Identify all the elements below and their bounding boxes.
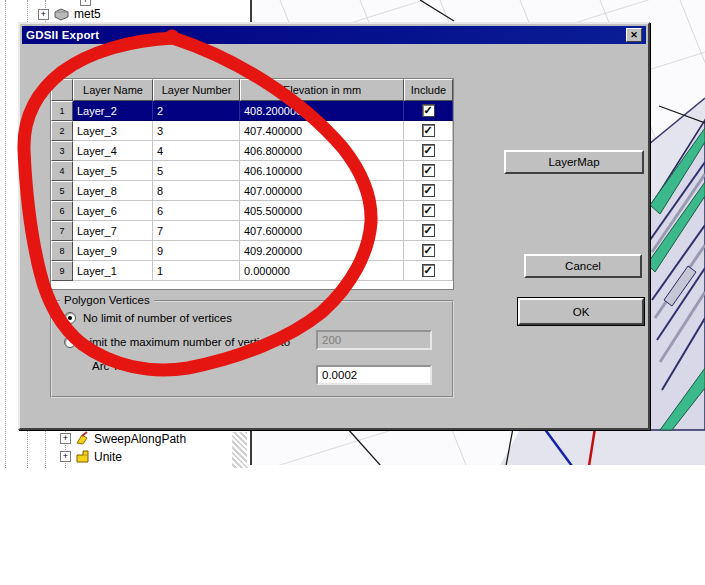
- include-checkbox[interactable]: ✓: [422, 244, 435, 257]
- row-header[interactable]: 3: [51, 141, 73, 161]
- cell-elevation[interactable]: 406.100000: [240, 161, 404, 181]
- include-checkbox[interactable]: ✓: [422, 164, 435, 177]
- cell-elevation[interactable]: 407.400000: [240, 121, 404, 141]
- expand-plus-icon[interactable]: +: [60, 451, 71, 462]
- table-header-row: Layer Name Layer Number Elevation in mm …: [51, 79, 453, 101]
- table-row[interactable]: 1 Layer_2 2 408.200000 ✓: [51, 101, 453, 121]
- include-checkbox[interactable]: ✓: [422, 184, 435, 197]
- cell-layer-name[interactable]: Layer_3: [73, 121, 153, 141]
- cell-layer-number[interactable]: 1: [153, 261, 240, 281]
- tree-item-label[interactable]: met5: [74, 7, 101, 21]
- cell-layer-name[interactable]: Layer_9: [73, 241, 153, 261]
- cell-layer-name[interactable]: Layer_8: [73, 181, 153, 201]
- include-checkbox[interactable]: ✓: [422, 144, 435, 157]
- gdsii-export-dialog: GDSII Export ✕ Layer Name Layer Number E…: [18, 22, 650, 430]
- include-checkbox[interactable]: ✓: [422, 224, 435, 237]
- layer-table: Layer Name Layer Number Elevation in mm …: [50, 78, 454, 290]
- dialog-titlebar[interactable]: GDSII Export ✕: [22, 26, 646, 44]
- table-row[interactable]: 6 Layer_6 6 405.500000 ✓: [51, 201, 453, 221]
- max-vertices-input[interactable]: 200: [316, 330, 432, 350]
- tree-item-sweepalongpath[interactable]: + SweepAlongPath: [60, 431, 186, 446]
- include-checkbox[interactable]: ✓: [422, 264, 435, 277]
- screen: + + met5 + SweepAlongPath + Unite: [0, 0, 705, 585]
- tree-guide-line: [5, 0, 6, 468]
- dialog-title: GDSII Export: [26, 29, 626, 41]
- col-header-layer-number[interactable]: Layer Number: [153, 79, 240, 101]
- limit-label: Limit the maximum number of vertices to: [83, 336, 290, 348]
- cell-elevation[interactable]: 0.000000: [240, 261, 404, 281]
- row-header[interactable]: 8: [51, 241, 73, 261]
- no-limit-radio-row[interactable]: No limit of number of vertices: [64, 312, 232, 324]
- table-row[interactable]: 9 Layer_1 1 0.000000 ✓: [51, 261, 453, 281]
- cell-elevation[interactable]: 406.800000: [240, 141, 404, 161]
- solid-3d-icon: [53, 8, 70, 21]
- col-header-include[interactable]: Include: [404, 79, 453, 101]
- cell-layer-name[interactable]: Layer_2: [73, 101, 153, 121]
- col-header-elevation[interactable]: Elevation in mm: [240, 79, 404, 101]
- row-header[interactable]: 7: [51, 221, 73, 241]
- tree-item-met5[interactable]: + met5: [38, 7, 101, 21]
- table-row[interactable]: 2 Layer_3 3 407.400000 ✓: [51, 121, 453, 141]
- cell-layer-number[interactable]: 3: [153, 121, 240, 141]
- cell-elevation[interactable]: 407.600000: [240, 221, 404, 241]
- limit-radio-row[interactable]: Limit the maximum number of vertices to: [64, 336, 290, 348]
- table-row[interactable]: 3 Layer_4 4 406.800000 ✓: [51, 141, 453, 161]
- tree-expander-partial[interactable]: +: [80, 0, 91, 6]
- group-title: Polygon Vertices: [60, 294, 154, 306]
- ok-button[interactable]: OK: [518, 298, 644, 325]
- cell-layer-number[interactable]: 4: [153, 141, 240, 161]
- cell-layer-name[interactable]: Layer_4: [73, 141, 153, 161]
- cancel-button[interactable]: Cancel: [524, 254, 642, 278]
- tree-item-label[interactable]: Unite: [94, 450, 122, 464]
- cell-elevation[interactable]: 408.200000: [240, 101, 404, 121]
- row-header[interactable]: 1: [51, 101, 73, 121]
- row-header[interactable]: 4: [51, 161, 73, 181]
- cell-layer-name[interactable]: Layer_6: [73, 201, 153, 221]
- table-row[interactable]: 5 Layer_8 8 407.000000 ✓: [51, 181, 453, 201]
- unite-icon: [75, 449, 90, 464]
- cell-elevation[interactable]: 407.000000: [240, 181, 404, 201]
- corner-header-cell: [51, 79, 73, 101]
- row-header[interactable]: 9: [51, 261, 73, 281]
- cell-elevation[interactable]: 409.200000: [240, 241, 404, 261]
- row-header[interactable]: 5: [51, 181, 73, 201]
- tree-item-unite[interactable]: + Unite: [60, 449, 122, 464]
- cell-layer-number[interactable]: 8: [153, 181, 240, 201]
- arc-tolerance-input[interactable]: 0.0002: [316, 365, 432, 385]
- table-row[interactable]: 4 Layer_5 5 406.100000 ✓: [51, 161, 453, 181]
- cell-layer-number[interactable]: 6: [153, 201, 240, 221]
- tree-scrollbar-track[interactable]: [232, 432, 248, 468]
- sweep-along-path-icon: [75, 431, 90, 446]
- table-row[interactable]: 8 Layer_9 9 409.200000 ✓: [51, 241, 453, 261]
- col-header-layer-name[interactable]: Layer Name: [73, 79, 153, 101]
- expand-plus-icon[interactable]: +: [60, 433, 71, 444]
- row-header[interactable]: 2: [51, 121, 73, 141]
- no-limit-label: No limit of number of vertices: [83, 312, 232, 324]
- cell-layer-name[interactable]: Layer_1: [73, 261, 153, 281]
- table-row[interactable]: 7 Layer_7 7 407.600000 ✓: [51, 221, 453, 241]
- no-limit-radio[interactable]: [64, 312, 76, 324]
- limit-radio[interactable]: [64, 336, 76, 348]
- cell-elevation[interactable]: 405.500000: [240, 201, 404, 221]
- close-icon[interactable]: ✕: [626, 28, 642, 42]
- polygon-vertices-group: Polygon Vertices No limit of number of v…: [50, 300, 454, 398]
- row-header[interactable]: 6: [51, 201, 73, 221]
- arc-tolerance-label: Arc Tolerance: [92, 360, 162, 372]
- include-checkbox[interactable]: ✓: [422, 124, 435, 137]
- include-checkbox[interactable]: ✓: [422, 104, 435, 117]
- cell-layer-number[interactable]: 5: [153, 161, 240, 181]
- layermap-button[interactable]: LayerMap: [504, 150, 644, 174]
- expand-plus-icon[interactable]: +: [38, 9, 49, 20]
- cell-layer-number[interactable]: 2: [153, 101, 240, 121]
- tree-item-label[interactable]: SweepAlongPath: [94, 432, 186, 446]
- cell-layer-name[interactable]: Layer_7: [73, 221, 153, 241]
- cell-layer-number[interactable]: 9: [153, 241, 240, 261]
- cell-layer-number[interactable]: 7: [153, 221, 240, 241]
- cell-layer-name[interactable]: Layer_5: [73, 161, 153, 181]
- include-checkbox[interactable]: ✓: [422, 204, 435, 217]
